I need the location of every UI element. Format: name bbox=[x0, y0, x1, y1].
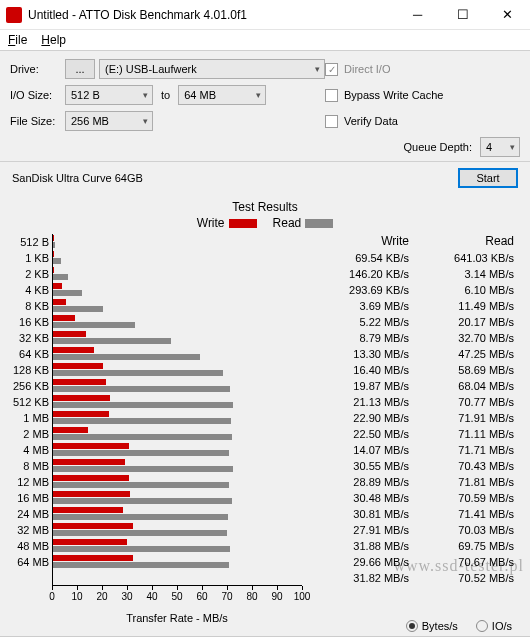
filesize-label: File Size: bbox=[10, 115, 65, 127]
table-row: 28.89 MB/s71.81 MB/s bbox=[310, 474, 520, 490]
bar-row bbox=[53, 330, 302, 346]
filesize-select[interactable]: 256 MB bbox=[65, 111, 153, 131]
bar-row bbox=[53, 298, 302, 314]
table-row: 3.69 MB/s11.49 MB/s bbox=[310, 298, 520, 314]
start-button[interactable]: Start bbox=[458, 168, 518, 188]
read-bar bbox=[53, 530, 227, 536]
y-tick: 512 KB bbox=[10, 394, 49, 410]
y-tick: 4 MB bbox=[10, 442, 49, 458]
io-from-select[interactable]: 512 B bbox=[65, 85, 153, 105]
y-tick: 2 MB bbox=[10, 426, 49, 442]
browse-button[interactable]: ... bbox=[65, 59, 95, 79]
write-bar bbox=[53, 491, 130, 497]
menubar: File Help bbox=[0, 30, 530, 51]
bar-row bbox=[53, 266, 302, 282]
read-bar bbox=[53, 434, 232, 440]
y-tick: 256 KB bbox=[10, 378, 49, 394]
table-row: 14.07 MB/s71.71 MB/s bbox=[310, 442, 520, 458]
write-bar bbox=[53, 555, 133, 561]
legend-write-swatch bbox=[229, 219, 257, 228]
bar-row bbox=[53, 554, 302, 570]
y-tick: 2 KB bbox=[10, 266, 49, 282]
bar-row bbox=[53, 234, 302, 250]
x-tick: 10 bbox=[71, 591, 82, 602]
titlebar: Untitled - ATTO Disk Benchmark 4.01.0f1 … bbox=[0, 0, 530, 30]
bar-row bbox=[53, 314, 302, 330]
write-bar bbox=[53, 347, 94, 353]
io-to-select[interactable]: 64 MB bbox=[178, 85, 266, 105]
minimize-button[interactable]: ─ bbox=[395, 0, 440, 30]
drive-select[interactable]: (E:) USB-Laufwerk bbox=[99, 59, 325, 79]
y-tick: 1 KB bbox=[10, 250, 49, 266]
write-bar bbox=[53, 395, 110, 401]
col-read: Read bbox=[415, 234, 520, 250]
x-tick: 30 bbox=[121, 591, 132, 602]
table-row: 13.30 MB/s47.25 MB/s bbox=[310, 346, 520, 362]
queue-label: Queue Depth: bbox=[404, 141, 473, 153]
bar-row bbox=[53, 346, 302, 362]
read-bar bbox=[53, 466, 233, 472]
write-bar bbox=[53, 267, 54, 273]
read-bar bbox=[53, 514, 228, 520]
menu-file[interactable]: File bbox=[8, 33, 27, 47]
y-tick: 1 MB bbox=[10, 410, 49, 426]
bar-row bbox=[53, 426, 302, 442]
table-row: 27.91 MB/s70.03 MB/s bbox=[310, 522, 520, 538]
col-write: Write bbox=[310, 234, 415, 250]
y-tick: 16 KB bbox=[10, 314, 49, 330]
read-bar bbox=[53, 450, 229, 456]
table-row: 5.22 MB/s20.17 MB/s bbox=[310, 314, 520, 330]
read-bar bbox=[53, 338, 171, 344]
config-form: Drive: ... (E:) USB-Laufwerk Direct I/O … bbox=[0, 51, 530, 162]
write-bar bbox=[53, 507, 123, 513]
write-bar bbox=[53, 331, 86, 337]
bytes-radio[interactable]: Bytes/s bbox=[406, 620, 458, 632]
maximize-button[interactable]: ☐ bbox=[440, 0, 485, 30]
table-row: 22.90 MB/s71.91 MB/s bbox=[310, 410, 520, 426]
x-tick: 20 bbox=[96, 591, 107, 602]
table-row: 31.88 MB/s69.75 MB/s bbox=[310, 538, 520, 554]
x-tick: 60 bbox=[196, 591, 207, 602]
close-button[interactable]: ✕ bbox=[485, 0, 530, 30]
table-row: 19.87 MB/s68.04 MB/s bbox=[310, 378, 520, 394]
bar-row bbox=[53, 410, 302, 426]
x-tick: 100 bbox=[294, 591, 311, 602]
read-bar bbox=[53, 386, 230, 392]
table-row: 21.13 MB/s70.77 MB/s bbox=[310, 394, 520, 410]
write-bar bbox=[53, 411, 109, 417]
results-table: Write Read 69.54 KB/s641.03 KB/s146.20 K… bbox=[310, 234, 520, 586]
read-bar bbox=[53, 546, 230, 552]
read-bar bbox=[53, 306, 103, 312]
bar-row bbox=[53, 522, 302, 538]
write-bar bbox=[53, 315, 75, 321]
bar-row bbox=[53, 394, 302, 410]
bar-row bbox=[53, 442, 302, 458]
table-row: 30.81 MB/s71.41 MB/s bbox=[310, 506, 520, 522]
read-bar bbox=[53, 482, 229, 488]
direct-io-checkbox[interactable]: Direct I/O bbox=[325, 63, 520, 76]
watermark: www.ssd-tester.pl bbox=[393, 557, 524, 575]
read-bar bbox=[53, 274, 68, 280]
bypass-cache-checkbox[interactable]: Bypass Write Cache bbox=[325, 89, 520, 102]
read-bar bbox=[53, 498, 232, 504]
write-bar bbox=[53, 475, 129, 481]
ios-radio[interactable]: IO/s bbox=[476, 620, 512, 632]
table-row: 293.69 KB/s6.10 MB/s bbox=[310, 282, 520, 298]
y-tick: 48 MB bbox=[10, 538, 49, 554]
write-bar bbox=[53, 459, 125, 465]
write-bar bbox=[53, 299, 66, 305]
queue-select[interactable]: 4 bbox=[480, 137, 520, 157]
y-tick: 32 MB bbox=[10, 522, 49, 538]
table-row: 22.50 MB/s71.11 MB/s bbox=[310, 426, 520, 442]
table-row: 16.40 MB/s58.69 MB/s bbox=[310, 362, 520, 378]
bar-row bbox=[53, 458, 302, 474]
bar-row bbox=[53, 378, 302, 394]
menu-help[interactable]: Help bbox=[41, 33, 66, 47]
bar-row bbox=[53, 506, 302, 522]
table-row: 30.48 MB/s70.59 MB/s bbox=[310, 490, 520, 506]
y-tick: 24 MB bbox=[10, 506, 49, 522]
read-bar bbox=[53, 322, 135, 328]
y-tick: 64 MB bbox=[10, 554, 49, 570]
results-panel: Test Results Write Read 512 B1 KB2 KB4 K… bbox=[0, 194, 530, 616]
verify-data-checkbox[interactable]: Verify Data bbox=[325, 115, 520, 128]
